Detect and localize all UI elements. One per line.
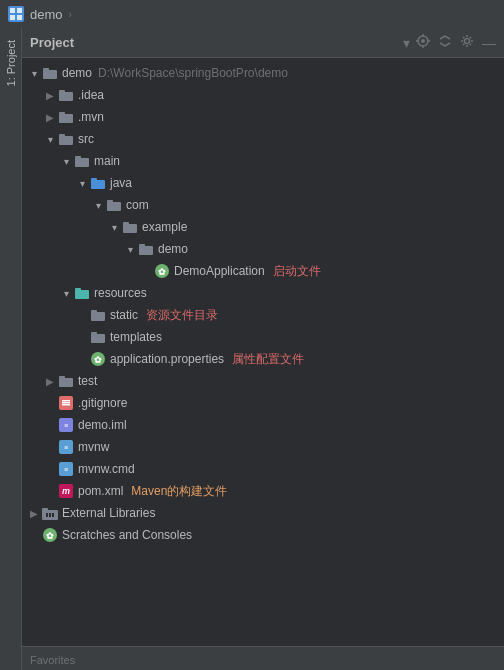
tab-favorites[interactable]: Favorites (30, 650, 75, 670)
svg-text:✿: ✿ (158, 267, 166, 277)
spring-icon-app-props: ✿ (90, 351, 106, 367)
svg-rect-19 (75, 158, 89, 167)
folder-icon-main (74, 153, 90, 169)
tree-node-mvn[interactable]: ▶ .mvn (22, 106, 504, 128)
node-label-scratches: Scratches and Consoles (62, 528, 192, 542)
folder-icon-static (90, 307, 106, 323)
folder-icon-demo-root (42, 65, 58, 81)
svg-rect-48 (52, 513, 54, 517)
tree-node-mvnw[interactable]: ≡ mvnw (22, 436, 504, 458)
tree-node-main[interactable]: ▾ main (22, 150, 504, 172)
svg-rect-43 (62, 404, 70, 406)
folder-icon-resources (74, 285, 90, 301)
svg-rect-33 (91, 312, 105, 321)
tree-node-application-properties[interactable]: ✿ application.properties 属性配置文件 (22, 348, 504, 370)
node-label-mvnw: mvnw (78, 440, 109, 454)
tree-node-demo-app[interactable]: ✿ DemoApplication 启动文件 (22, 260, 504, 282)
svg-rect-13 (59, 92, 73, 101)
node-label-com: com (126, 198, 149, 212)
node-label-example: example (142, 220, 187, 234)
folder-icon-templates (90, 329, 106, 345)
arrow-test: ▶ (42, 376, 58, 387)
node-label-mvn: .mvn (78, 110, 104, 124)
svg-rect-32 (75, 288, 81, 291)
tree-node-templates[interactable]: templates (22, 326, 504, 348)
panel-dropdown-arrow[interactable]: ▾ (403, 35, 410, 51)
arrow-main: ▾ (58, 156, 74, 167)
svg-rect-28 (139, 244, 145, 247)
tree-node-resources[interactable]: ▾ resources (22, 282, 504, 304)
collapse-icon[interactable] (438, 34, 452, 51)
tree-node-gitignore[interactable]: .gitignore (22, 392, 504, 414)
spring-icon-scratches: ✿ (42, 527, 58, 543)
tree-node-test[interactable]: ▶ test (22, 370, 504, 392)
panel-actions: — (416, 34, 496, 51)
folder-icon-java (90, 175, 106, 191)
tree-node-demo-pkg[interactable]: ▾ demo (22, 238, 504, 260)
tree-node-mvnw-cmd[interactable]: ≡ mvnw.cmd (22, 458, 504, 480)
arrow-mvn: ▶ (42, 112, 58, 123)
folder-icon-idea (58, 87, 74, 103)
tree-node-demo-root[interactable]: ▾ demo D:\WorkSpace\springBootPro\demo (22, 62, 504, 84)
svg-rect-25 (123, 224, 137, 233)
tree-node-pom-xml[interactable]: m pom.xml Maven的构建文件 (22, 480, 504, 502)
svg-rect-1 (17, 8, 22, 13)
svg-rect-27 (139, 246, 153, 255)
folder-icon-demo-pkg (138, 241, 154, 257)
svg-rect-36 (91, 332, 97, 335)
svg-rect-26 (123, 222, 129, 225)
svg-rect-45 (42, 508, 48, 511)
svg-rect-0 (10, 8, 15, 13)
tree-node-scratches[interactable]: ✿ Scratches and Consoles (22, 524, 504, 546)
panel-header: Project ▾ (22, 28, 504, 58)
title-arrow: › (69, 9, 72, 20)
annotation-demo-app: 启动文件 (273, 263, 321, 280)
file-icon-pom-xml: m (58, 483, 74, 499)
title-bar: demo › (0, 0, 504, 28)
svg-rect-31 (75, 290, 89, 299)
locate-icon[interactable] (416, 34, 430, 51)
tree-node-demo-iml[interactable]: ≡ demo.iml (22, 414, 504, 436)
node-label-java: java (110, 176, 132, 190)
node-label-templates: templates (110, 330, 162, 344)
node-label-idea: .idea (78, 88, 104, 102)
main-layout: 1: Project Project ▾ (0, 28, 504, 670)
node-label-main: main (94, 154, 120, 168)
tree-node-java[interactable]: ▾ java (22, 172, 504, 194)
project-tree[interactable]: ▾ demo D:\WorkSpace\springBootPro\demo ▶… (22, 58, 504, 646)
side-tab-label[interactable]: 1: Project (3, 32, 19, 94)
annotation-app-props: 属性配置文件 (232, 351, 304, 368)
file-icon-gitignore (58, 395, 74, 411)
side-tab[interactable]: 1: Project (0, 28, 22, 670)
settings-icon[interactable] (460, 34, 474, 51)
tree-node-example[interactable]: ▾ example (22, 216, 504, 238)
tree-node-com[interactable]: ▾ com (22, 194, 504, 216)
node-path-demo-root: D:\WorkSpace\springBootPro\demo (98, 66, 288, 80)
node-label-resources: resources (94, 286, 147, 300)
svg-rect-35 (91, 334, 105, 343)
project-icon (8, 6, 24, 22)
svg-rect-21 (91, 180, 105, 189)
svg-text:✿: ✿ (94, 355, 102, 365)
node-label-demo-pkg: demo (158, 242, 188, 256)
file-icon-mvnw: ≡ (58, 439, 74, 455)
svg-rect-40 (59, 376, 65, 379)
arrow-idea: ▶ (42, 90, 58, 101)
svg-text:✿: ✿ (46, 531, 54, 541)
svg-rect-11 (43, 70, 57, 79)
tree-node-static[interactable]: static 资源文件目录 (22, 304, 504, 326)
node-label-demo-app: DemoApplication (174, 264, 265, 278)
minimize-icon[interactable]: — (482, 35, 496, 51)
node-label-mvnw-cmd: mvnw.cmd (78, 462, 135, 476)
svg-rect-12 (43, 68, 49, 71)
arrow-example: ▾ (106, 222, 122, 233)
svg-rect-3 (17, 15, 22, 20)
svg-rect-16 (59, 112, 65, 115)
tree-node-external-libs[interactable]: ▶ External Libraries (22, 502, 504, 524)
tree-node-idea[interactable]: ▶ .idea (22, 84, 504, 106)
svg-rect-34 (91, 310, 97, 313)
svg-rect-23 (107, 202, 121, 211)
svg-point-5 (421, 39, 425, 43)
project-panel: Project ▾ (22, 28, 504, 670)
tree-node-src[interactable]: ▾ src (22, 128, 504, 150)
